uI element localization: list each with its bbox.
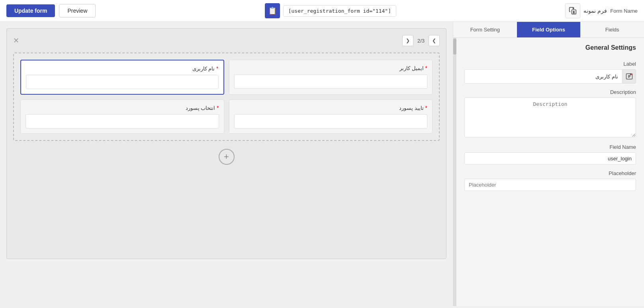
field-username-input-mock	[26, 75, 219, 89]
page-indicator: 2/3	[415, 38, 427, 44]
form-name-label: Form Name	[610, 8, 638, 14]
field-password[interactable]: * انتخاب پسورد	[20, 99, 224, 134]
field-email-label: * ایمیل کاربر	[234, 65, 428, 71]
canvas-header: ✕ ❯ 2/3 ❮	[13, 35, 440, 46]
canvas-nav: ❯ 2/3 ❮	[402, 35, 440, 46]
form-canvas: ✕ ❯ 2/3 ❮ * نام کاربری	[6, 28, 446, 259]
svg-point-1	[573, 8, 574, 9]
field-password-input-mock	[25, 114, 219, 129]
field-confirm-password[interactable]: * تایید پسورد	[229, 99, 433, 134]
scrollbar-track[interactable]	[453, 38, 456, 306]
canvas-close-button[interactable]: ✕	[13, 36, 19, 45]
add-row-button[interactable]: +	[219, 149, 235, 165]
field-username[interactable]: * نام کاربری	[20, 60, 224, 95]
shortcode-area: 📋 [user_registration_form id="114"]	[265, 3, 396, 18]
scrollbar-thumb[interactable]	[453, 39, 456, 55]
field-confirm-password-input-mock	[234, 114, 428, 129]
form-name-area: 2 فرم نمونه Form Name	[565, 3, 638, 18]
form-name-copy-icon[interactable]: 2	[565, 3, 580, 18]
label-input[interactable]	[465, 71, 622, 82]
field-confirm-password-label: * تایید پسورد	[234, 105, 428, 111]
tab-form-setting[interactable]: Form Setting	[453, 22, 517, 37]
panel-tabs: Form Setting Field Options Fields	[453, 22, 644, 38]
update-form-button[interactable]: Update form	[6, 4, 55, 17]
nav-next-button[interactable]: ❯	[402, 35, 413, 46]
field-name-input[interactable]	[464, 152, 636, 165]
label-setting-label: Label	[464, 61, 636, 67]
settings-content: General Settings Label 2	[456, 38, 644, 306]
svg-text:2: 2	[573, 11, 575, 14]
description-setting-label: Description	[464, 89, 636, 95]
shortcode-icon[interactable]: 📋	[265, 3, 280, 18]
form-name-value: فرم نمونه	[583, 8, 607, 14]
field-email-input-mock	[234, 74, 428, 89]
required-star: *	[217, 105, 219, 111]
field-username-label: * نام کاربری	[26, 65, 219, 72]
placeholder-setting-label: Placeholder	[464, 170, 636, 176]
tab-field-options[interactable]: Field Options	[517, 22, 581, 37]
toolbar: Update form Preview 📋 [user_registration…	[0, 0, 644, 22]
canvas-area: ✕ ❯ 2/3 ❮ * نام کاربری	[0, 22, 453, 306]
field-password-label: * انتخاب پسورد	[25, 105, 219, 111]
fields-grid: * نام کاربری * ایمیل کاربر *	[13, 53, 440, 141]
required-star: *	[425, 105, 427, 111]
description-textarea[interactable]	[464, 97, 636, 137]
field-email[interactable]: * ایمیل کاربر	[229, 60, 433, 95]
add-row-section: +	[13, 149, 440, 165]
main-layout: ✕ ❯ 2/3 ❮ * نام کاربری	[0, 22, 644, 306]
label-field-icon: 2	[622, 70, 636, 83]
field-name-setting-row: Field Name	[464, 144, 636, 165]
shortcode-value: [user_registration_form id="114"]	[283, 5, 396, 17]
preview-button[interactable]: Preview	[59, 4, 96, 18]
field-name-setting-label: Field Name	[464, 144, 636, 150]
nav-prev-button[interactable]: ❮	[429, 35, 440, 46]
settings-title: General Settings	[464, 44, 636, 55]
label-setting-row: Label 2	[464, 61, 636, 84]
tab-fields[interactable]: Fields	[580, 22, 644, 37]
required-star: *	[425, 65, 427, 71]
placeholder-input[interactable]	[464, 179, 636, 191]
required-star: *	[216, 65, 218, 72]
label-input-wrapper: 2	[464, 69, 636, 84]
placeholder-setting-row: Placeholder	[464, 170, 636, 191]
description-setting-row: Description	[464, 89, 636, 138]
right-panel: Form Setting Field Options Fields Genera…	[453, 22, 644, 306]
